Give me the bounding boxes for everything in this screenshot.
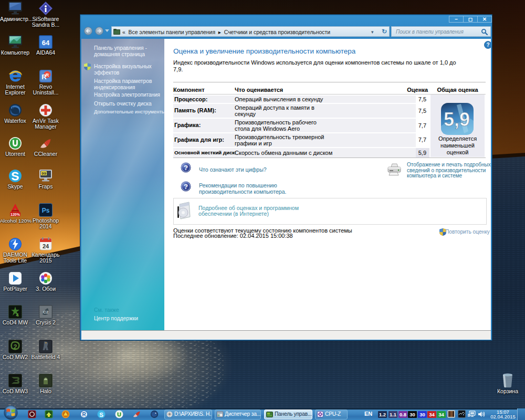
svg-text:C2: C2 xyxy=(43,310,49,314)
svg-text:4: 4 xyxy=(16,312,18,318)
svg-text:120%: 120% xyxy=(10,213,20,216)
svg-text:5,9: 5,9 xyxy=(444,109,470,130)
svg-text:99: 99 xyxy=(41,171,46,176)
svg-text:R: R xyxy=(82,412,86,417)
svg-text:R: R xyxy=(41,73,47,81)
svg-text:Ps: Ps xyxy=(42,207,50,214)
svg-text:2: 2 xyxy=(14,343,17,351)
svg-text:?: ? xyxy=(486,42,489,48)
svg-text:?: ? xyxy=(184,183,188,191)
svg-text:64: 64 xyxy=(42,39,50,47)
svg-text:S: S xyxy=(99,412,103,418)
svg-text:?: ? xyxy=(184,164,188,172)
svg-text:24: 24 xyxy=(43,243,49,249)
